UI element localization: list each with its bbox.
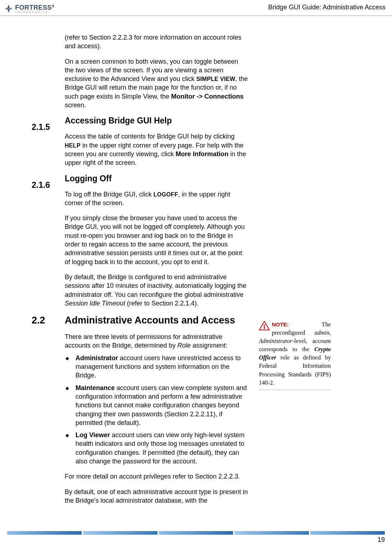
page-number: 19: [7, 536, 385, 544]
heading-215: Accessing Bridge GUI Help: [65, 116, 248, 126]
para-22-p2: For more detail on account privileges re…: [65, 472, 248, 481]
role-list: Administrator account users have unrestr…: [65, 354, 248, 466]
list-item: Administrator account users have unrestr…: [73, 354, 248, 380]
para-22-p3: By default, one of each administrative a…: [65, 488, 248, 505]
logo-main-text: FORTRESS: [15, 4, 52, 11]
para-215-1: Access the table of contents for Bridge …: [65, 132, 248, 167]
footer-decoration: [7, 531, 385, 535]
para-intro-2: On a screen common to both views, you ca…: [65, 57, 248, 110]
para-216-2: If you simply close the browser you have…: [65, 214, 248, 266]
logo: FORTRESS® TECHNOLOGIES: [4, 4, 54, 14]
page-header: FORTRESS® TECHNOLOGIES Bridge GUI Guide:…: [0, 0, 392, 16]
section-number-22: 2.2: [32, 315, 45, 326]
warning-info-icon: [259, 321, 270, 330]
sidebar-note: NOTE: The preconfigured admin, Administr…: [259, 320, 331, 390]
page-footer: 19: [7, 531, 385, 544]
heading-216: Logging Off: [65, 174, 248, 184]
logo-icon: [4, 4, 14, 14]
svg-point-3: [264, 325, 265, 326]
header-title: Bridge GUI Guide: Administrative Access: [268, 4, 386, 11]
svg-marker-1: [5, 7, 13, 10]
para-216-1: To log off the Bridge GUI, click LOGOFF,…: [65, 190, 248, 208]
list-item: Maintenance account users can view compl…: [73, 384, 248, 427]
note-label: NOTE:: [272, 321, 289, 327]
logo-sub-text: TECHNOLOGIES: [15, 11, 54, 13]
svg-rect-4: [264, 326, 265, 329]
para-22-intro: There are three levels of permissions fo…: [65, 332, 248, 350]
section-number-216: 2.1.6: [32, 180, 50, 190]
list-item: Log Viewer account users can view only h…: [73, 431, 248, 466]
para-216-3: By default, the Bridge is configured to …: [65, 273, 248, 308]
para-intro-1: (refer to Section 2.2.2.3 for more infor…: [65, 33, 248, 51]
heading-22: Administrative Accounts and Access: [65, 315, 385, 326]
section-number-215: 2.1.5: [32, 122, 50, 132]
